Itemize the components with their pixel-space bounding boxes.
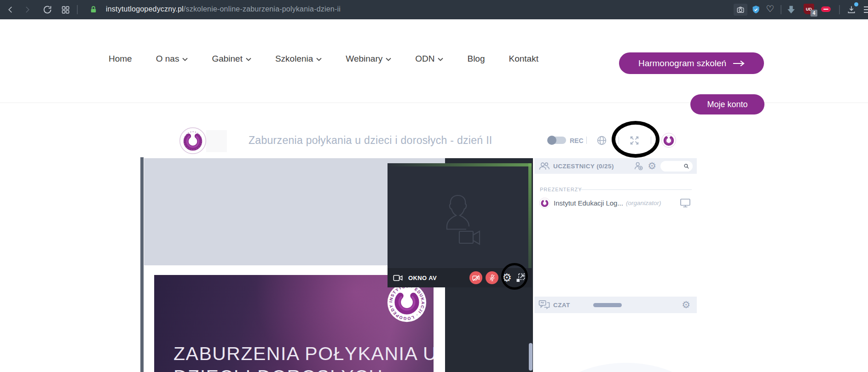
header-separator [586, 137, 587, 144]
site-header: Home O nas Gabinet Szkolenia Webinary OD… [0, 19, 868, 103]
arrow-right-icon [733, 60, 745, 67]
presentation-slide: ZABURZENIA POŁYKANIA U DZIECI I DOROSŁYC… [154, 275, 434, 372]
chat-icon [538, 300, 550, 310]
harmonogram-label: Harmonogram szkoleń [638, 58, 726, 69]
main-navigation: Home O nas Gabinet Szkolenia Webinary OD… [109, 49, 538, 69]
vpn-download-arrow-icon[interactable] [786, 4, 796, 15]
nav-item-odn[interactable]: ODN [415, 54, 443, 64]
chat-drag-handle[interactable] [593, 303, 622, 307]
nav-item-home[interactable]: Home [109, 54, 132, 64]
camera-off-icon [472, 275, 480, 281]
toolbar-separator [77, 5, 78, 14]
av-window[interactable]: OKNO AV ⚙ [388, 163, 532, 287]
menu-icon[interactable] [864, 6, 868, 13]
participants-settings-gear-icon[interactable]: ⚙ [648, 161, 656, 171]
url-path: /szkolenie-online-zaburzenia-polykania-d… [184, 5, 341, 13]
language-globe-icon[interactable] [596, 135, 608, 146]
nav-item-webinary[interactable]: Webinary [346, 54, 391, 64]
institute-logo [179, 127, 206, 154]
nav-item-o-nas[interactable]: O nas [156, 54, 188, 64]
bookmark-heart-icon[interactable]: ♡ [766, 4, 774, 13]
url-domain: instytutlogopedyczny.pl [106, 5, 184, 13]
slide-title-line1: ZABURZENIA POŁYKANIA U [174, 343, 434, 365]
presenter-avatar [539, 198, 550, 208]
presenters-divider [581, 189, 692, 190]
header-separator [651, 137, 651, 144]
moje-konto-label: Moje konto [707, 100, 747, 109]
camera-icon [393, 274, 403, 282]
nav-item-gabinet[interactable]: Gabinet [212, 54, 251, 64]
logo-image-placeholder [206, 130, 227, 152]
chevron-down-icon [246, 57, 251, 61]
chevron-down-icon [438, 57, 443, 61]
harmonogram-button[interactable]: Harmonogram szkoleń [619, 52, 764, 74]
password-extension-icon[interactable] [821, 6, 831, 12]
nav-item-kontakt[interactable]: Kontakt [509, 54, 538, 64]
toolbar-separator [839, 5, 840, 14]
nav-item-szkolenia[interactable]: Szkolenia [275, 54, 322, 64]
toolbar-separator [781, 5, 781, 14]
slide-title-line2: DZIECI I DOROSŁYCH [174, 366, 383, 372]
camera-off-button[interactable] [469, 271, 482, 284]
rec-label: REC [570, 137, 584, 144]
decorative-ellipse [543, 363, 709, 372]
chevron-down-icon [316, 57, 322, 61]
address-bar[interactable]: instytutlogopedyczny.pl/szkolenie-online… [106, 5, 341, 13]
av-window-label: OKNO AV [408, 275, 437, 281]
chat-header-label: CZAT [553, 302, 570, 309]
viewer-left-rail[interactable] [140, 157, 144, 372]
av-resize-icon[interactable] [515, 272, 526, 283]
slide-logo: INSTYTUT · EDUKACJI · LOGOPEDYCZNEJ · [387, 283, 427, 322]
moje-konto-button[interactable]: Moje konto [690, 94, 764, 114]
mic-off-button[interactable] [486, 271, 498, 284]
fullscreen-icon[interactable] [629, 135, 640, 146]
mic-off-icon [489, 274, 496, 282]
workspaces-grid-icon[interactable] [61, 6, 70, 14]
snapshot-button[interactable] [734, 4, 747, 16]
presenters-section-label: PREZENTERZY [540, 187, 582, 192]
avatar-placeholder-icon [428, 187, 488, 265]
shield-check-icon[interactable] [751, 4, 761, 15]
rec-toggle[interactable] [549, 137, 566, 144]
chat-settings-gear-icon[interactable]: ⚙ [682, 300, 690, 310]
browser-toolbar: instytutlogopedyczny.pl/szkolenie-online… [0, 0, 868, 19]
av-window-glow [388, 163, 532, 166]
header-separator [619, 137, 619, 144]
stage-scrollbar-thumb[interactable] [529, 343, 532, 371]
presenter-name: Instytut Edukacji Log... [554, 199, 623, 207]
participants-icon [538, 161, 550, 171]
chevron-down-icon [386, 57, 391, 61]
chat-header-bar: CZAT ⚙ [534, 297, 697, 313]
back-icon[interactable] [6, 5, 15, 14]
chevron-down-icon [182, 57, 188, 61]
lock-icon[interactable] [89, 4, 98, 15]
page: instytutlogopedyczny.pl/szkolenie-online… [0, 0, 868, 372]
extension-badge: 4 [810, 10, 817, 17]
add-participant-icon[interactable] [633, 161, 644, 171]
forward-icon[interactable] [23, 5, 31, 14]
webinar-title: Zaburzenia połykania u dzieci i dorosłyc… [249, 134, 492, 147]
participants-header-bar: UCZESTNICY (0/25) ⚙ [534, 158, 697, 174]
institute-logo-small [661, 133, 676, 148]
av-settings-gear-icon[interactable]: ⚙ [502, 272, 512, 283]
nav-item-blog[interactable]: Blog [467, 54, 485, 64]
reload-icon[interactable] [42, 5, 52, 15]
downloads-notification-dot [854, 2, 858, 6]
av-controls-bar: OKNO AV ⚙ [388, 268, 532, 287]
search-icon [683, 163, 689, 169]
presenter-role: (organizator) [626, 200, 661, 206]
camera-icon [736, 6, 745, 14]
downloads-icon[interactable] [847, 5, 856, 15]
toggle-knob [547, 136, 556, 145]
screen-share-icon[interactable] [680, 198, 691, 208]
participants-header-label: UCZESTNICY (0/25) [553, 163, 614, 170]
